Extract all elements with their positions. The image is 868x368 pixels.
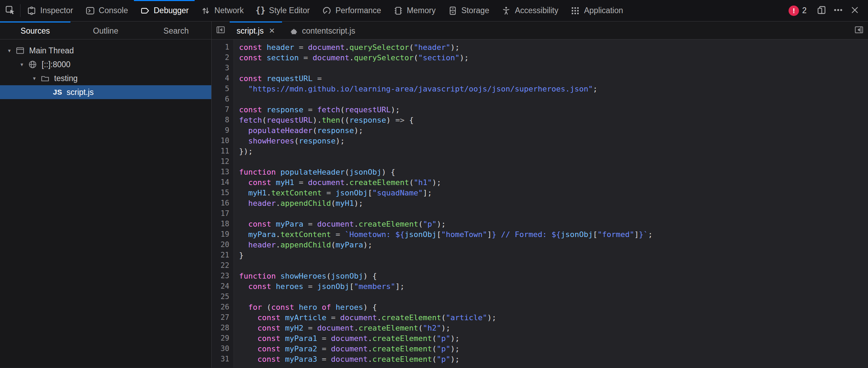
line-number[interactable]: 22 [212,261,234,270]
line-number[interactable]: 14 [212,178,234,186]
line-number[interactable]: 23 [212,272,234,280]
sidebar-tab-search[interactable]: Search [141,21,211,39]
line-number[interactable]: 12 [212,157,234,166]
sidebar-tab-sources[interactable]: Sources [0,21,70,39]
editor-tabs: script.js✕contentscript.js [230,21,362,39]
code-line-text[interactable]: header.appendChild(myH1); [234,199,363,208]
toolbar-tab-storage[interactable]: Storage [442,0,495,21]
toolbar-tab-accessibility[interactable]: Accessibility [495,0,564,21]
debugger-icon [140,6,150,16]
tree-item-main-thread[interactable]: ▼Main Thread [0,44,211,58]
line-number[interactable]: 13 [212,168,234,176]
tree-item-testing[interactable]: ▼testing [0,71,211,85]
line-number[interactable]: 30 [212,344,234,353]
code-line-text[interactable]: const requestURL = [234,74,322,83]
code-line-text[interactable]: showHeroes(response); [234,137,345,145]
code-line: 22 [212,260,868,271]
close-devtools-button[interactable] [846,0,863,21]
code-line: 10 showHeroes(response); [212,135,868,146]
style-editor-icon: {} [255,6,265,15]
code-line-text[interactable]: }); [234,147,253,156]
line-number[interactable]: 9 [212,126,234,134]
toolbar-tab-application[interactable]: Application [564,0,629,21]
line-number[interactable]: 8 [212,116,234,124]
responsive-design-mode-button[interactable] [813,0,830,21]
line-number[interactable]: 2 [212,53,234,62]
line-number[interactable]: 31 [212,355,234,363]
toolbar-tab-console[interactable]: Console [79,0,134,21]
line-number[interactable]: 24 [212,282,234,290]
code-line-text[interactable]: const myH2 = document.createElement("h2"… [234,324,450,332]
collapse-panel-right-icon [854,25,864,36]
toolbar-tab-performance[interactable]: Performance [316,0,387,21]
code-line-text[interactable]: const heroes = jsonObj["members"]; [234,282,405,291]
expand-arrow-icon[interactable]: ▼ [17,62,26,67]
line-number[interactable]: 11 [212,147,234,155]
application-icon [570,6,580,16]
code-editor[interactable]: 1const header = document.querySelector("… [212,40,868,368]
line-number[interactable]: 17 [212,209,234,218]
editor-tab-script-js[interactable]: script.js✕ [230,21,282,39]
error-badge[interactable]: ! [789,6,799,16]
toolbar-tab-debugger[interactable]: Debugger [134,0,195,21]
line-number[interactable]: 25 [212,292,234,301]
editor-tab-contentscript-js[interactable]: contentscript.js [282,21,362,39]
editor-tab-bar: script.js✕contentscript.js [212,21,868,40]
line-number[interactable]: 18 [212,220,234,228]
line-number[interactable]: 3 [212,64,234,72]
line-number[interactable]: 16 [212,199,234,207]
toolbar-tab-inspector[interactable]: Inspector [20,0,79,21]
collapse-sources-panel-button[interactable] [212,21,230,39]
tree-item-8000[interactable]: ▼[::]:8000 [0,58,211,71]
code-line-text[interactable]: populateHeader(response); [234,126,363,135]
code-line-text[interactable]: header.appendChild(myPara); [234,240,372,249]
line-number[interactable]: 6 [212,95,234,103]
line-number[interactable]: 4 [212,74,234,82]
code-line-text[interactable]: myH1.textContent = jsonObj["squadName"]; [234,189,432,197]
code-line-text[interactable]: const myH1 = document.createElement("h1"… [234,178,441,187]
code-line-text[interactable]: function showHeroes(jsonObj) { [234,272,377,280]
devtools-menu-button[interactable] [830,0,846,21]
expand-arrow-icon[interactable]: ▼ [30,76,39,81]
sidebar-tab-outline[interactable]: Outline [70,21,141,39]
code-line-text[interactable]: const myArticle = document.createElement… [234,313,496,322]
code-line-text[interactable]: const myPara1 = document.createElement("… [234,334,460,343]
code-line-text[interactable]: const myPara3 = document.createElement("… [234,355,460,363]
code-line: 5 "https://mdn.github.io/learning-area/j… [212,84,868,94]
tree-item-label: Main Thread [29,46,74,55]
line-number[interactable]: 29 [212,334,234,342]
line-number[interactable]: 7 [212,105,234,114]
code-line-text[interactable]: const section = document.querySelector("… [234,53,469,62]
code-line-text[interactable]: const myPara = document.createElement("p… [234,220,446,228]
tree-item-script-js[interactable]: JSscript.js [0,85,211,99]
collapse-right-panel-button[interactable] [850,21,868,39]
code-line-text[interactable]: myPara.textContent = `Hometown: ${jsonOb… [234,230,653,239]
code-line-text[interactable]: function populateHeader(jsonObj) { [234,168,395,176]
line-number[interactable]: 10 [212,137,234,145]
toolbar-tab-label: Style Editor [269,6,310,15]
line-number[interactable]: 1 [212,43,234,51]
toolbar-tab-memory[interactable]: Memory [387,0,442,21]
toolbar-tab-network[interactable]: Network [195,0,249,21]
line-number[interactable]: 26 [212,303,234,311]
code-line-text[interactable]: const myPara2 = document.createElement("… [234,344,460,353]
toolbar-tab-style-editor[interactable]: {}Style Editor [249,0,316,21]
line-number[interactable]: 20 [212,240,234,249]
folder-icon [40,73,51,83]
code-line-text[interactable]: fetch(requestURL).then((response) => { [234,116,414,124]
line-number[interactable]: 19 [212,230,234,238]
line-number[interactable]: 5 [212,85,234,93]
toolbar-tabs: InspectorConsoleDebuggerNetwork{}Style E… [20,0,629,21]
code-line-text[interactable]: const header = document.querySelector("h… [234,43,460,52]
line-number[interactable]: 15 [212,189,234,197]
pick-element-button[interactable] [0,0,20,21]
code-line-text[interactable]: for (const hero of heroes) { [234,303,377,312]
close-tab-icon[interactable]: ✕ [269,27,275,35]
line-number[interactable]: 21 [212,251,234,259]
code-line-text[interactable]: "https://mdn.github.io/learning-area/jav… [234,85,597,93]
line-number[interactable]: 28 [212,324,234,332]
expand-arrow-icon[interactable]: ▼ [5,48,14,53]
code-line-text[interactable]: const response = fetch(requestURL); [234,105,400,114]
line-number[interactable]: 27 [212,313,234,322]
code-line-text[interactable]: } [234,251,244,260]
